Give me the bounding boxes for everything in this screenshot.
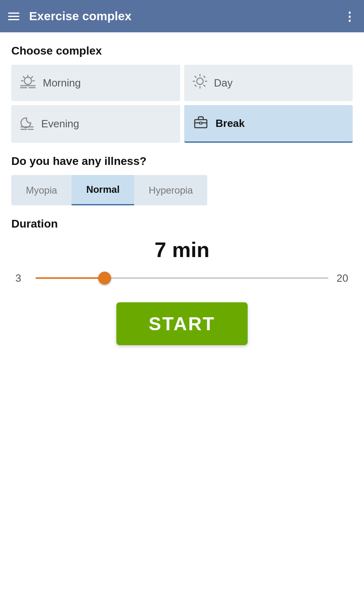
svg-rect-23 [200, 122, 202, 124]
illness-label: Do you have any illness? [11, 155, 353, 168]
illness-options: Myopia Normal Hyperopia [11, 175, 207, 205]
complex-option-morning-label: Morning [43, 77, 81, 89]
complex-option-evening-label: Evening [41, 118, 79, 130]
svg-line-14 [195, 76, 196, 78]
illness-option-normal[interactable]: Normal [72, 175, 134, 205]
illness-option-myopia[interactable]: Myopia [11, 175, 72, 205]
main-content: Choose complex Morning [0, 32, 364, 599]
duration-section: Duration 7 min 3 20 [11, 217, 353, 290]
duration-slider-wrapper [36, 270, 328, 286]
complex-option-day[interactable]: Day [184, 65, 353, 101]
briefcase-icon [192, 114, 209, 133]
slider-max-label: 20 [337, 272, 349, 285]
app-header: Exercise complex ⋮ [0, 0, 364, 32]
complex-option-evening[interactable]: Evening [11, 105, 180, 143]
complex-option-morning[interactable]: Morning [11, 65, 180, 101]
svg-line-4 [23, 77, 25, 78]
page-title: Exercise complex [29, 9, 343, 23]
svg-line-16 [204, 76, 205, 78]
duration-label: Duration [11, 217, 353, 230]
duration-value: 7 min [11, 238, 353, 262]
more-options-icon[interactable]: ⋮ [343, 9, 356, 23]
choose-complex-label: Choose complex [11, 44, 353, 57]
slider-min-label: 3 [15, 272, 27, 285]
svg-point-9 [197, 78, 203, 84]
illness-section: Do you have any illness? Myopia Normal H… [11, 155, 353, 205]
duration-slider-container: 3 20 [11, 266, 353, 290]
moon-icon [19, 115, 35, 133]
svg-line-17 [195, 85, 196, 86]
svg-point-0 [24, 77, 32, 84]
start-button[interactable]: START [116, 302, 248, 345]
sun-icon [192, 74, 208, 92]
complex-option-day-label: Day [214, 77, 233, 89]
svg-line-15 [204, 85, 205, 86]
complex-option-break[interactable]: Break [184, 105, 353, 143]
start-button-container: START [11, 302, 353, 345]
illness-option-hyperopia[interactable]: Hyperopia [134, 175, 207, 205]
complex-option-break-label: Break [216, 117, 245, 130]
menu-icon[interactable] [8, 13, 19, 20]
complex-options-grid: Morning Day [11, 65, 353, 143]
svg-line-5 [32, 77, 33, 78]
sunrise-icon [19, 74, 36, 92]
